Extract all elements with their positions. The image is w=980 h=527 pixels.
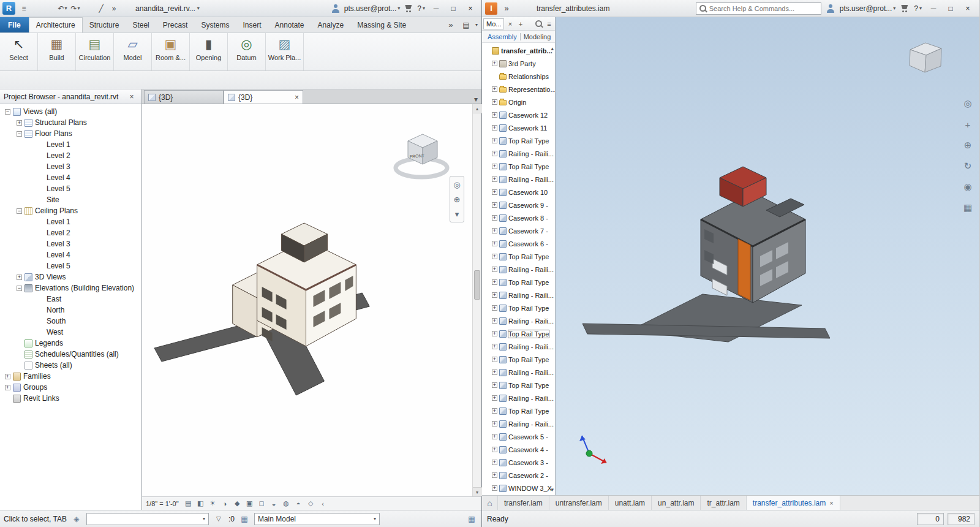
open-icon[interactable] <box>31 2 43 15</box>
expander-icon[interactable] <box>492 447 497 452</box>
expander-icon[interactable] <box>492 228 497 233</box>
scroll-down-icon[interactable] <box>551 487 554 493</box>
document-tab[interactable]: un_attr.iam <box>652 496 701 510</box>
tree-item[interactable]: Sheets (all) <box>0 360 141 371</box>
reveal-hidden-icon[interactable]: ◍ <box>281 498 292 509</box>
tree-item[interactable]: Site <box>0 194 141 205</box>
model-tree-item[interactable]: Top Rail Type <box>482 353 555 366</box>
sun-path-icon[interactable]: ☀ <box>208 498 218 509</box>
pan-icon[interactable]: + <box>961 118 974 131</box>
store-cart-icon[interactable] <box>402 2 415 15</box>
browser-subtab[interactable]: Assembly <box>484 33 520 40</box>
expander-icon[interactable] <box>492 382 497 388</box>
menu-icon[interactable]: ≡ <box>18 2 30 15</box>
model-tree-item[interactable]: Railing - Raili... <box>482 340 555 353</box>
browser-panel-tab[interactable]: Mo... <box>483 18 504 29</box>
scale-select[interactable]: 1/8" = 1'-0" <box>146 500 179 507</box>
ribbon-tab[interactable]: Systems <box>194 17 236 32</box>
inventor-logo-icon[interactable]: I <box>485 2 497 15</box>
temporary-view-properties-icon[interactable]: ◓ <box>293 498 304 509</box>
tree-item[interactable]: South <box>0 316 141 327</box>
expander-icon[interactable] <box>492 125 497 131</box>
ribbon-tab[interactable]: File <box>0 17 29 32</box>
datum-panel-button[interactable]: ◎ Datum <box>228 33 266 70</box>
help-search[interactable] <box>696 2 821 15</box>
tree-item[interactable]: Ceiling Plans <box>0 205 141 216</box>
expander-icon[interactable] <box>492 408 497 414</box>
model-tree-item[interactable]: Top Rail Type <box>482 276 555 289</box>
help-menu[interactable]: ? <box>417 4 425 13</box>
expander-icon[interactable] <box>492 112 497 118</box>
scrollbar-thumb[interactable] <box>474 270 480 300</box>
look-at-icon[interactable]: ◉ <box>961 180 974 194</box>
model-tree-item[interactable]: Top Rail Type <box>482 250 555 263</box>
room-area-panel-button[interactable]: ▣ Room &... <box>152 33 190 70</box>
design-option-select[interactable]: Main Model <box>254 513 380 525</box>
navigation-wheel-icon[interactable]: ◎ <box>961 97 974 110</box>
expander-icon[interactable] <box>492 202 497 208</box>
ribbon-tab[interactable]: Architecture <box>29 17 83 32</box>
filter-icon[interactable] <box>213 513 225 525</box>
expander-icon[interactable] <box>492 318 497 324</box>
tree-item[interactable]: Level 3 <box>0 238 141 249</box>
expander-icon[interactable] <box>492 86 497 92</box>
expander-icon[interactable] <box>492 485 497 491</box>
save-icon[interactable] <box>43 2 56 15</box>
tree-item[interactable]: Level 4 <box>0 249 141 260</box>
document-tab[interactable]: transfer_attributes.iam <box>747 496 840 510</box>
build-panel-button[interactable]: ▦ Build <box>38 33 76 70</box>
expander-icon[interactable] <box>492 176 497 182</box>
show-rendering-icon[interactable]: ◆ <box>232 498 243 509</box>
ribbon-tab[interactable]: Steel <box>126 17 156 32</box>
model-tree-item[interactable]: Casework 8 - <box>482 211 555 224</box>
shadows-icon[interactable]: ◑ <box>220 498 230 509</box>
document-tab[interactable]: tr_attr.iam <box>701 496 746 510</box>
expander-icon[interactable] <box>5 374 10 379</box>
model-tree-item[interactable]: Casework 5 - <box>482 430 555 443</box>
tree-item[interactable]: Level 5 <box>0 183 141 194</box>
tree-item[interactable]: Revit Links <box>0 393 141 404</box>
model-tree-item[interactable]: Top Rail Type <box>482 134 555 147</box>
zoom-icon[interactable]: ⊕ <box>961 138 974 152</box>
expander-icon[interactable] <box>492 61 497 66</box>
close-button[interactable]: × <box>462 2 479 15</box>
panel-toggle-icon[interactable] <box>460 19 472 31</box>
tree-item[interactable]: Views (all) <box>0 106 141 117</box>
expander-icon[interactable] <box>492 164 497 169</box>
ribbon-tab[interactable]: Massing & Site <box>350 17 413 32</box>
model-tree-item[interactable]: Casework 11 <box>482 121 555 134</box>
tree-item[interactable]: Level 2 <box>0 227 141 238</box>
expander-icon[interactable] <box>492 267 497 272</box>
model-tree-item[interactable]: Origin <box>482 96 555 108</box>
collapse-root-icon[interactable] <box>551 45 554 51</box>
help-menu[interactable]: ? <box>914 4 922 13</box>
worksharing-display-icon[interactable] <box>466 513 478 525</box>
expander-icon[interactable] <box>492 241 497 246</box>
nav-options-icon[interactable]: ▾ <box>451 208 462 219</box>
orbit-icon[interactable]: ↻ <box>961 159 974 173</box>
document-title-menu[interactable]: anandita_revit.rv... <box>135 4 200 13</box>
expander-icon[interactable] <box>492 460 497 465</box>
tree-item[interactable]: Level 5 <box>0 260 141 271</box>
model-tree-item[interactable]: Relationships <box>482 70 555 83</box>
expander-icon[interactable] <box>492 215 497 221</box>
model-tree-item[interactable]: Railing - Raili... <box>482 289 555 301</box>
redo-icon[interactable]: ↷ <box>69 2 81 15</box>
minimize-button[interactable]: ─ <box>428 2 445 15</box>
document-tab[interactable]: transfer.iam <box>498 496 549 510</box>
model-tree-item[interactable]: Top Rail Type <box>482 379 555 392</box>
print-icon[interactable] <box>82 2 94 15</box>
model-tree-item[interactable]: Casework 4 - <box>482 443 555 456</box>
undo-icon[interactable]: ↶ <box>56 2 69 15</box>
model-tree-item[interactable]: Top Rail Type <box>482 404 555 417</box>
opening-panel-button[interactable]: ▮ Opening <box>190 33 228 70</box>
tree-item[interactable]: Floor Plans <box>0 128 141 139</box>
ribbon-tab[interactable]: Structure <box>83 17 126 32</box>
model-tree-item[interactable]: Casework 6 - <box>482 237 555 250</box>
expander-icon[interactable] <box>492 331 497 336</box>
expander-icon[interactable] <box>492 395 497 401</box>
expander-icon[interactable] <box>492 434 497 439</box>
expander-icon[interactable] <box>492 292 497 298</box>
browser-search-icon[interactable] <box>534 19 543 29</box>
tree-item[interactable]: Level 1 <box>0 216 141 227</box>
